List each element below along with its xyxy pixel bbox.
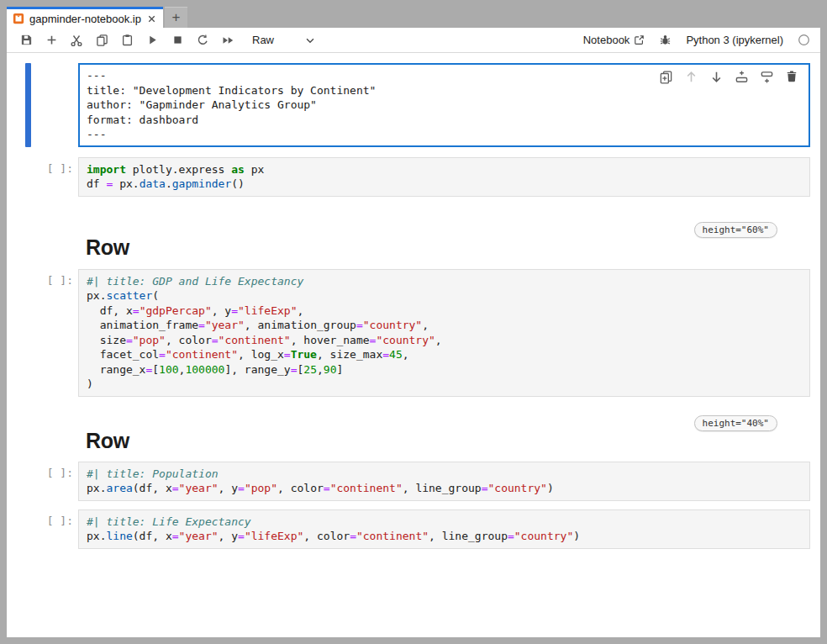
chevron-down-icon (304, 34, 316, 46)
toolbar-buttons (13, 29, 240, 51)
jupyterlab-window: { "tab_bar": { "active_tab": { "title": … (0, 0, 827, 644)
fast-forward-icon (221, 34, 234, 47)
kernel-status-icon (798, 34, 810, 46)
restart-button[interactable] (190, 29, 215, 51)
add-button[interactable] (39, 29, 64, 51)
tab-bar: gapminder-notebook.ipynb + (7, 7, 820, 28)
notebook-panel-link[interactable]: Notebook (583, 34, 645, 46)
duplicate-icon (659, 70, 673, 84)
cell-prompt (7, 63, 78, 147)
code-line: author: "Gapminder Analytics Group" (87, 98, 802, 113)
insert-above-button[interactable] (731, 67, 751, 86)
cell-prompt: [ ]: (7, 157, 78, 197)
delete-button[interactable] (782, 67, 802, 86)
code-line: #| title: Population (87, 467, 802, 482)
cell-prompt: [ ]: (7, 462, 78, 501)
paste-button[interactable] (114, 29, 140, 51)
external-link-icon (634, 34, 645, 45)
code-line: #| title: GDP and Life Expectancy (87, 274, 802, 289)
insert-above-icon (735, 70, 749, 84)
code-cell-editor[interactable]: #| title: Populationpx.area(df, x="year"… (78, 462, 810, 501)
notebook-scroll-area[interactable]: ---title: "Development Indicators by Con… (7, 53, 820, 637)
save-icon (20, 34, 33, 46)
markdown-cell-body[interactable]: Rowheight="60%" (78, 235, 810, 260)
height-badge: height="60%" (694, 222, 777, 238)
cell-prompt (7, 235, 78, 260)
code-line: animation_frame="year", animation_group=… (87, 318, 802, 333)
markdown-heading: Row (86, 235, 810, 260)
code-cell-editor[interactable]: #| title: Life Expectancypx.line(df, x="… (78, 509, 810, 549)
markdown-cell-body[interactable]: Rowheight="40%" (78, 429, 810, 453)
active-cell-collapser[interactable] (25, 63, 31, 147)
notebook-cell[interactable]: [ ]:import plotly.express as pxdf = px.d… (7, 157, 820, 197)
cut-button[interactable] (64, 29, 89, 51)
app-frame: gapminder-notebook.ipynb + Raw Notebook … (7, 7, 820, 637)
save-button[interactable] (13, 29, 39, 51)
code-line: df, x="gdpPercap", y="lifeExp", (87, 304, 802, 319)
cell-type-select[interactable]: Raw (252, 34, 316, 46)
code-line: px.line(df, x="year", y="lifeExp", color… (87, 529, 802, 544)
cell-list: ---title: "Development Indicators by Con… (7, 63, 820, 549)
fast-forward-button[interactable] (215, 29, 240, 51)
move-up-icon (684, 70, 698, 84)
cell-prompt (7, 429, 78, 453)
code-line: facet_col="continent", log_x=True, size_… (87, 347, 802, 362)
notebook-cell[interactable]: [ ]:#| title: GDP and Life Expectancypx.… (7, 269, 820, 397)
code-line: df = px.data.gapminder() (87, 177, 802, 192)
code-line: format: dashboard (87, 113, 802, 128)
cell-prompt: [ ]: (7, 509, 78, 549)
duplicate-button[interactable] (656, 67, 676, 86)
insert-below-icon (760, 70, 774, 84)
notebook-cell[interactable]: ---title: "Development Indicators by Con… (7, 63, 820, 147)
close-icon[interactable] (146, 13, 157, 24)
notebook-cell[interactable]: [ ]:#| title: Populationpx.area(df, x="y… (7, 462, 820, 501)
cell-toolbar (656, 67, 802, 86)
notebook-toolbar: Raw Notebook Python 3 (ipykernel) (7, 28, 820, 53)
move-down-icon (709, 70, 724, 84)
toolbar-right: Notebook Python 3 (ipykernel) (583, 34, 814, 46)
stop-button[interactable] (165, 29, 190, 51)
code-line: ) (87, 377, 802, 392)
notebook-label: Notebook (583, 34, 630, 46)
copy-icon (96, 34, 108, 46)
code-cell-editor[interactable]: #| title: GDP and Life Expectancypx.scat… (78, 269, 810, 397)
cell-type-value: Raw (252, 34, 274, 46)
code-line: #| title: Life Expectancy (87, 515, 802, 530)
notebook-cell[interactable]: Rowheight="40%" (7, 429, 820, 453)
move-down-button[interactable] (706, 67, 726, 86)
code-line: --- (87, 127, 802, 142)
insert-below-button[interactable] (756, 67, 777, 86)
stop-icon (171, 34, 184, 46)
restart-icon (197, 34, 209, 46)
notebook-cell[interactable]: Rowheight="60%" (7, 235, 820, 260)
code-cell-editor[interactable]: import plotly.express as pxdf = px.data.… (78, 157, 810, 197)
run-icon (146, 34, 159, 46)
notebook-cell[interactable]: [ ]:#| title: Life Expectancypx.line(df,… (7, 509, 820, 549)
height-badge: height="40%" (694, 415, 777, 431)
debugger-bug-icon[interactable] (659, 34, 672, 46)
cell-prompt: [ ]: (7, 269, 78, 397)
tab-title: gapminder-notebook.ipynb (29, 13, 141, 25)
code-line: px.scatter( (87, 288, 802, 304)
notebook-file-icon (13, 13, 24, 24)
code-line: size="pop", color="continent", hover_nam… (87, 333, 802, 348)
delete-icon (785, 70, 798, 83)
code-line: px.area(df, x="year", y="pop", color="co… (87, 481, 802, 496)
paste-icon (121, 34, 134, 46)
code-line: range_x=[100,100000], range_y=[25,90] (87, 362, 802, 377)
copy-button[interactable] (89, 29, 114, 51)
code-line: import plotly.express as px (87, 162, 802, 177)
move-up-button[interactable] (681, 67, 701, 86)
markdown-heading: Row (86, 429, 810, 453)
run-button[interactable] (140, 29, 165, 51)
tab-gapminder-notebook[interactable]: gapminder-notebook.ipynb (7, 7, 163, 28)
kernel-name[interactable]: Python 3 (ipykernel) (686, 34, 783, 46)
new-tab-button[interactable]: + (165, 7, 187, 28)
cut-icon (70, 34, 83, 47)
add-icon (45, 34, 58, 46)
